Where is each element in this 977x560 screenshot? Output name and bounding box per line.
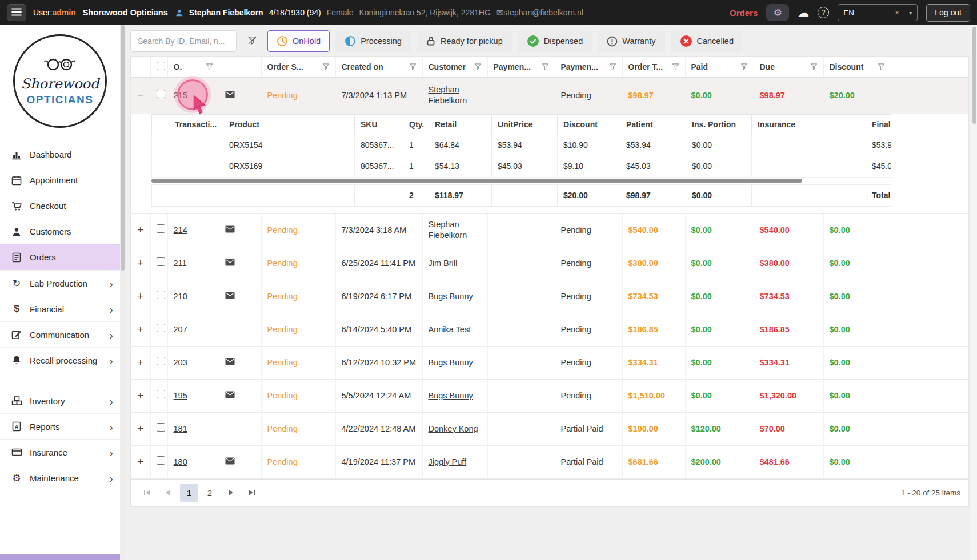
order-number-link[interactable]: 195 — [174, 391, 187, 400]
filter-button-warranty[interactable]: Warranty — [598, 30, 664, 52]
filter-button-onhold[interactable]: OnHold — [267, 30, 330, 52]
clear-filters-button[interactable] — [242, 30, 262, 52]
sidebar-scrollbar[interactable] — [120, 25, 126, 560]
help-icon[interactable]: ? — [818, 7, 829, 18]
page-button-2[interactable]: 2 — [201, 484, 219, 502]
filter-funnel-icon[interactable] — [878, 63, 885, 70]
row-checkbox[interactable] — [157, 224, 165, 233]
select-all-checkbox[interactable] — [157, 62, 165, 70]
order-number-link[interactable]: 181 — [174, 424, 187, 433]
next-page-button[interactable] — [222, 484, 239, 501]
filter-button-cancelled[interactable]: Cancelled — [671, 30, 743, 52]
mail-icon[interactable] — [225, 292, 235, 299]
sidebar-item-inventory[interactable]: Inventory› — [0, 388, 120, 413]
row-checkbox[interactable] — [157, 257, 165, 266]
order-number-link[interactable]: 214 — [174, 225, 187, 235]
row-checkbox[interactable] — [157, 357, 165, 365]
filter-funnel-icon[interactable] — [609, 63, 616, 70]
sidebar-item-appointment[interactable]: Appointment — [0, 167, 120, 193]
search-input[interactable] — [130, 30, 237, 52]
filter-funnel-icon[interactable] — [474, 63, 482, 70]
row-checkbox[interactable] — [157, 390, 165, 398]
sidebar-item-orders[interactable]: Orders — [0, 244, 120, 270]
cloud-icon[interactable]: ☁ — [798, 6, 809, 19]
filter-funnel-icon[interactable] — [206, 63, 213, 70]
paid-amount: $0.00 — [685, 247, 754, 280]
sidebar-item-financial[interactable]: $Financial› — [0, 296, 120, 321]
discount-amount: $0.00 — [823, 445, 891, 478]
filter-funnel-icon[interactable] — [810, 63, 818, 70]
mail-icon[interactable] — [225, 225, 235, 233]
mail-icon[interactable] — [225, 358, 235, 365]
order-number-link[interactable]: 207 — [174, 325, 187, 334]
order-number-link[interactable]: 215 — [174, 91, 187, 100]
sidebar-item-communication[interactable]: Communication› — [0, 321, 120, 347]
clear-language-icon[interactable]: × — [895, 8, 899, 17]
row-checkbox[interactable] — [157, 291, 165, 299]
mail-icon[interactable] — [225, 259, 235, 266]
order-number-link[interactable]: 180 — [174, 457, 187, 466]
customer-link[interactable]: Jiggly Puff — [429, 457, 467, 466]
sidebar-item-recall-processing[interactable]: Recall processing› — [0, 347, 120, 373]
sidebar-item-label: Maintenance — [30, 473, 79, 483]
expand-toggle[interactable]: + — [133, 323, 148, 336]
expand-toggle[interactable]: − — [133, 89, 148, 102]
sidebar-item-maintenance[interactable]: ⚙Maintenance› — [0, 465, 120, 490]
filter-funnel-icon[interactable] — [409, 63, 417, 70]
language-select[interactable]: EN × ▾ — [838, 4, 918, 21]
order-number-link[interactable]: 211 — [174, 259, 187, 268]
prev-page-button[interactable] — [159, 484, 177, 501]
payment-status: Pending — [555, 379, 622, 412]
filter-funnel-icon[interactable] — [322, 63, 330, 70]
retail-cell: $54.13 — [429, 156, 492, 177]
filter-button-processing[interactable]: Processing — [335, 30, 411, 52]
menu-button[interactable] — [7, 4, 26, 21]
filter-funnel-icon[interactable] — [672, 63, 679, 70]
expand-toggle[interactable]: + — [133, 422, 148, 435]
filter-funnel-icon[interactable] — [740, 63, 748, 70]
sidebar-item-checkout[interactable]: Checkout — [0, 193, 120, 219]
customer-link[interactable]: Donkey Kong — [429, 424, 478, 433]
order-number-link[interactable]: 203 — [174, 358, 187, 367]
chevron-down-icon[interactable]: ▾ — [909, 10, 912, 16]
sidebar-item-lab-production[interactable]: ↻Lab Production› — [0, 270, 120, 296]
customer-link[interactable]: Stephan Fiebelkorn — [429, 220, 467, 240]
settings-button[interactable]: ⚙ — [766, 4, 789, 21]
expand-toggle[interactable]: + — [133, 290, 148, 303]
order-status: Pending — [267, 358, 298, 367]
expand-toggle[interactable]: + — [133, 456, 148, 468]
mail-icon[interactable] — [225, 391, 235, 398]
expand-toggle[interactable]: + — [133, 224, 148, 236]
expand-toggle[interactable]: + — [133, 257, 148, 269]
sidebar-item-insurance[interactable]: Insurance› — [0, 439, 120, 465]
row-checkbox[interactable] — [157, 423, 165, 432]
first-page-button[interactable] — [139, 484, 156, 501]
detail-tbody: 0RX5154 805367... 1 $64.84 $53.94 $10.90… — [152, 135, 891, 177]
created-on: 6/19/2024 6:17 PM — [335, 280, 422, 313]
sidebar-item-customers[interactable]: Customers — [0, 219, 120, 244]
sidebar-item-dashboard[interactable]: Dashboard — [0, 142, 120, 167]
filter-button-ready-for-pickup[interactable]: Ready for pickup — [417, 30, 512, 52]
vertical-scrollbar[interactable] — [971, 25, 977, 560]
customer-link[interactable]: Annika Test — [429, 325, 471, 334]
row-checkbox[interactable] — [157, 324, 165, 332]
customer-link[interactable]: Bugs Bunny — [429, 292, 473, 301]
customer-link[interactable]: Stephan Fiebelkorn — [429, 85, 467, 105]
row-checkbox[interactable] — [157, 456, 165, 465]
customer-link[interactable]: Jim Brill — [429, 259, 458, 268]
mail-icon[interactable] — [225, 457, 235, 465]
last-page-button[interactable] — [243, 484, 260, 501]
expand-toggle[interactable]: + — [133, 389, 148, 402]
customer-link[interactable]: Bugs Bunny — [429, 391, 473, 400]
order-number-link[interactable]: 210 — [174, 292, 187, 301]
filter-button-dispensed[interactable]: Dispensed — [518, 30, 592, 52]
expand-toggle[interactable]: + — [133, 356, 148, 369]
page-button-1[interactable]: 1 — [180, 484, 198, 502]
mail-icon[interactable] — [225, 91, 235, 98]
filter-funnel-icon[interactable] — [542, 63, 549, 70]
detail-horizontal-scrollbar[interactable] — [151, 178, 891, 184]
logout-button[interactable]: Log out — [926, 4, 970, 22]
sidebar-item-reports[interactable]: AReports› — [0, 413, 120, 439]
customer-link[interactable]: Bugs Bunny — [429, 358, 473, 367]
row-checkbox[interactable] — [157, 90, 165, 98]
